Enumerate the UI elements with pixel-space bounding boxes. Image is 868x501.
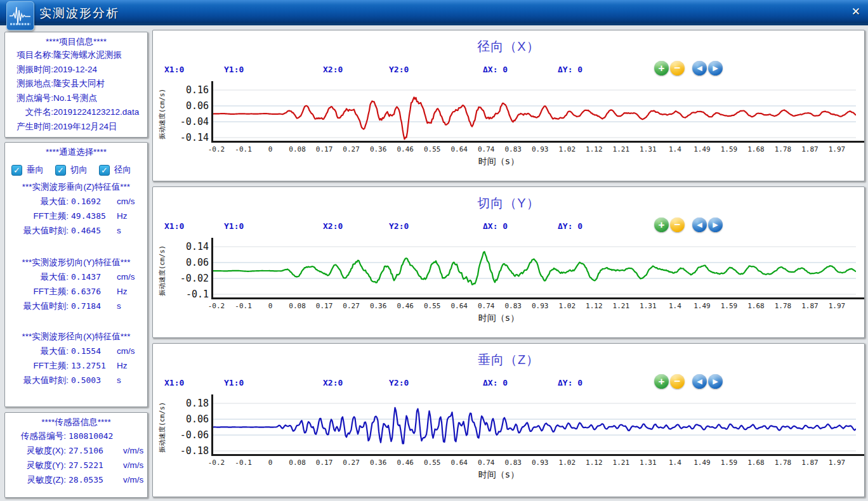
cursor-readout: Y2:0 [389, 221, 409, 231]
cursor-readout: X1:0 [164, 221, 184, 231]
svg-text:1.68: 1.68 [747, 302, 765, 310]
feature-row: FFT主频:13.2751Hz [8, 358, 145, 373]
svg-text:振动速度(cm/s): 振动速度(cm/s) [158, 89, 166, 140]
svg-text:0.08: 0.08 [289, 302, 306, 310]
feature-unit: s [117, 373, 121, 387]
feature-unit: s [117, 223, 121, 238]
svg-text:0.83: 0.83 [504, 459, 522, 467]
feature-value: 0.1554 [71, 344, 117, 358]
info-label: 测振地点: [8, 77, 53, 91]
waveform-logo-icon [9, 4, 32, 29]
close-button[interactable]: ✕ [852, 5, 860, 18]
zoom-out-button[interactable]: − [670, 218, 685, 232]
sensor-info-header: ****传感器信息**** [8, 416, 145, 429]
svg-text:0.74: 0.74 [478, 145, 495, 153]
svg-text:0.93: 0.93 [532, 145, 549, 153]
svg-text:0.27: 0.27 [343, 302, 360, 310]
spacer [8, 313, 145, 329]
analysis-panel: ****通道选择**** ✓垂向✓切向✓径向 ***实测波形垂向(Z)特征值**… [4, 142, 148, 407]
zoom-in-button[interactable]: + [654, 61, 669, 75]
feature-name: 最大值时刻: [8, 223, 69, 238]
cursor-readout: Y2:0 [389, 65, 409, 74]
svg-text:1.49: 1.49 [694, 145, 711, 153]
feature-row: FFT主频:49.4385Hz [8, 209, 145, 223]
pan-right-button[interactable]: ▶ [708, 374, 723, 389]
svg-text:0: 0 [268, 459, 273, 467]
svg-text:0.36: 0.36 [370, 302, 387, 310]
feature-value: 0.1437 [71, 270, 117, 284]
svg-text:0.27: 0.27 [343, 459, 360, 467]
svg-text:1.12: 1.12 [586, 302, 603, 310]
title-bar: 实测波形分析 ✕ [0, 0, 868, 25]
cursor-readout: X2:0 [323, 378, 343, 387]
svg-text:1.4: 1.4 [669, 145, 681, 153]
project-info-line: 文件名:20191224123212.data [8, 105, 145, 120]
checkbox-label-tangential: 切向 [70, 164, 88, 176]
checkbox-radial[interactable]: ✓ [99, 165, 110, 176]
svg-text:-0.1: -0.1 [235, 302, 252, 310]
svg-text:0: 0 [268, 145, 273, 153]
charts-column: 径向（X）X1:0Y1:0X2:0Y2:0ΔX: 0ΔY: 0+−◀▶0.160… [152, 30, 865, 501]
svg-text:-0.02: -0.02 [180, 273, 209, 284]
cursor-readout: Y1:0 [224, 378, 244, 387]
svg-text:0.74: 0.74 [478, 459, 495, 467]
info-value: 20191224123212.data [53, 105, 139, 120]
feature-unit: Hz [117, 358, 128, 373]
feature-value: 0.7184 [71, 299, 117, 313]
feature-value: 0.5003 [71, 373, 117, 387]
feature-block: ***实测波形切向(Y)特征值***最大值:0.1437cm/sFFT主频:6.… [8, 256, 145, 313]
svg-text:1.97: 1.97 [829, 459, 846, 467]
zoom-in-button[interactable]: + [654, 374, 669, 389]
project-info-line: 测点编号:No.1号测点 [8, 91, 145, 106]
project-info-header: ****项目信息**** [8, 36, 145, 48]
feature-block: ***实测波形径向(X)特征值***最大值:0.1554cm/sFFT主频:13… [8, 330, 145, 387]
zoom-out-button[interactable]: − [670, 374, 685, 389]
svg-text:-0.18: -0.18 [180, 445, 209, 457]
svg-text:0.55: 0.55 [424, 459, 441, 467]
checkbox-vertical[interactable]: ✓ [11, 165, 22, 176]
pan-right-button[interactable]: ▶ [708, 61, 723, 75]
project-info-line: 项目名称:隆安海螺水泥测振 [8, 48, 145, 63]
info-label: 文件名: [8, 105, 53, 120]
pan-left-button[interactable]: ◀ [692, 218, 707, 232]
cursor-readout: Y1:0 [224, 221, 244, 231]
feature-block-header: ***实测波形切向(Y)特征值*** [8, 256, 145, 270]
svg-text:1.4: 1.4 [669, 459, 681, 467]
waveform-plot-vertical-z[interactable]: 0.180.06-0.06-0.18-0.2-0.100.080.170.270… [153, 393, 864, 493]
waveform-plot-radial-x[interactable]: 0.160.06-0.04-0.14-0.2-0.100.080.170.270… [153, 80, 864, 180]
svg-text:1.49: 1.49 [694, 302, 711, 310]
feature-value: 49.4385 [71, 209, 117, 223]
svg-text:0.93: 0.93 [532, 459, 549, 467]
feature-block: ***实测波形垂向(Z)特征值***最大值:0.1692cm/sFFT主频:49… [8, 180, 145, 238]
feature-value: 0.4645 [71, 223, 117, 238]
pan-left-button[interactable]: ◀ [692, 61, 707, 75]
svg-text:1.02: 1.02 [559, 302, 576, 310]
info-label: 测振时间: [8, 63, 53, 77]
waveform-trace-radial-x [213, 97, 856, 139]
svg-text:1.02: 1.02 [559, 145, 576, 153]
chart-title-tangential-y: 切向（Y） [153, 195, 864, 212]
info-value: 隆安县大同村 [53, 77, 105, 91]
checkbox-tangential[interactable]: ✓ [55, 165, 66, 176]
svg-text:0.08: 0.08 [289, 145, 306, 153]
feature-name: FFT主频: [8, 358, 69, 373]
feature-unit: cm/s [117, 270, 135, 284]
feature-block-header: ***实测波形径向(X)特征值*** [8, 330, 145, 344]
feature-unit: cm/s [117, 194, 135, 209]
svg-text:1.49: 1.49 [694, 459, 711, 467]
cursor-readout: ΔY: 0 [558, 221, 582, 231]
zoom-in-button[interactable]: + [654, 218, 669, 232]
chart-controls: +−◀▶ [654, 61, 723, 75]
feature-name: FFT主频: [8, 284, 69, 299]
pan-right-button[interactable]: ▶ [708, 218, 723, 232]
pan-left-button[interactable]: ◀ [692, 374, 707, 389]
svg-text:时间（s）: 时间（s） [478, 156, 519, 166]
svg-text:1.21: 1.21 [613, 459, 630, 467]
chart-panel-radial-x: 径向（X）X1:0Y1:0X2:0Y2:0ΔX: 0ΔY: 0+−◀▶0.160… [152, 30, 865, 181]
svg-text:1.68: 1.68 [747, 145, 765, 153]
svg-text:0: 0 [268, 302, 273, 310]
zoom-out-button[interactable]: − [670, 61, 685, 75]
channel-select-header: ****通道选择**** [8, 146, 145, 159]
waveform-plot-tangential-y[interactable]: 0.140.06-0.02-0.1-0.2-0.100.080.170.270.… [153, 237, 864, 337]
info-label: 项目名称: [8, 48, 53, 63]
